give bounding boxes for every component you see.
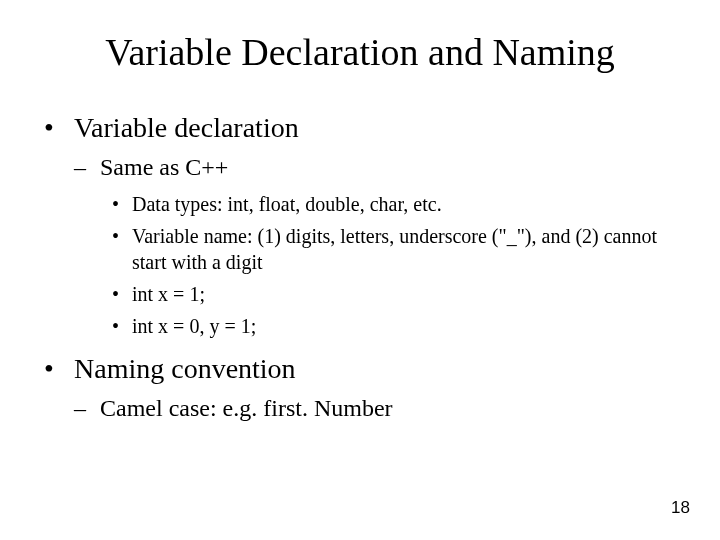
bullet-level3: • Data types: int, float, double, char, … xyxy=(112,191,690,217)
level2-text: Same as C++ xyxy=(100,154,228,181)
bullet-dash-icon: – xyxy=(74,154,100,181)
level3-text: Variable name: (1) digits, letters, unde… xyxy=(132,223,690,275)
bullet-dot-icon: • xyxy=(112,191,132,217)
bullet-level1: • Naming convention xyxy=(44,353,690,385)
section-2: • Naming convention – Camel case: e.g. f… xyxy=(44,353,690,422)
bullet-dot-icon: • xyxy=(112,223,132,275)
bullet-dot-icon: • xyxy=(112,281,132,307)
level2-text: Camel case: e.g. first. Number xyxy=(100,395,393,422)
slide-content: • Variable declaration – Same as C++ • D… xyxy=(0,112,720,422)
bullet-dot-icon: • xyxy=(112,313,132,339)
level1-text: Variable declaration xyxy=(74,112,299,144)
slide-title: Variable Declaration and Naming xyxy=(0,0,720,74)
level3-text: int x = 0, y = 1; xyxy=(132,313,690,339)
page-number: 18 xyxy=(671,498,690,518)
level3-group: • Data types: int, float, double, char, … xyxy=(112,191,690,339)
bullet-level2: – Camel case: e.g. first. Number xyxy=(74,395,690,422)
bullet-level1: • Variable declaration xyxy=(44,112,690,144)
bullet-dot-icon: • xyxy=(44,112,74,144)
bullet-dash-icon: – xyxy=(74,395,100,422)
bullet-level3: • int x = 0, y = 1; xyxy=(112,313,690,339)
level3-text: int x = 1; xyxy=(132,281,690,307)
bullet-dot-icon: • xyxy=(44,353,74,385)
bullet-level3: • int x = 1; xyxy=(112,281,690,307)
bullet-level2: – Same as C++ xyxy=(74,154,690,181)
section-1: • Variable declaration – Same as C++ • D… xyxy=(44,112,690,339)
bullet-level3: • Variable name: (1) digits, letters, un… xyxy=(112,223,690,275)
level3-text: Data types: int, float, double, char, et… xyxy=(132,191,690,217)
level1-text: Naming convention xyxy=(74,353,296,385)
